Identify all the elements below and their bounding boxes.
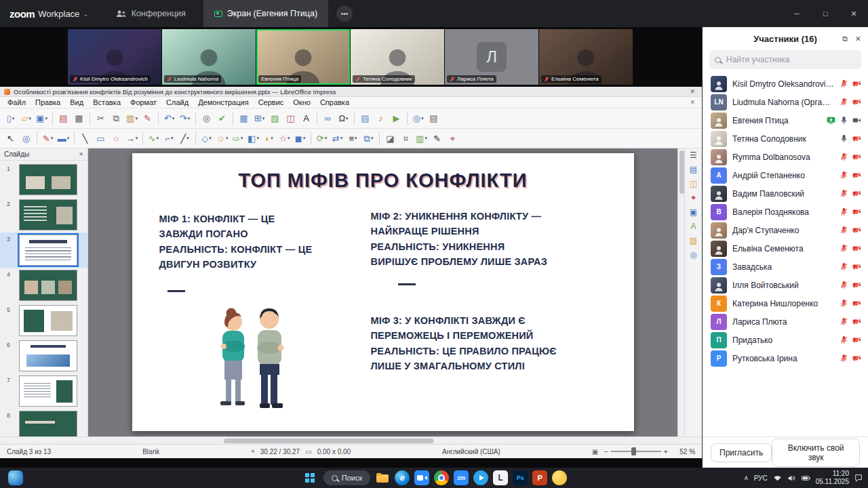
new-icon[interactable]: ▯ ▾ (3, 110, 18, 127)
flowchart-icon[interactable]: ◧ ▾ (245, 130, 261, 146)
slide-thumbnail[interactable]: 8 (0, 409, 87, 436)
participant-row[interactable]: Kisil Dmytro Oleksandrovich (Я) (703, 75, 868, 93)
video-tile[interactable]: Ельвіна Семенюта (539, 29, 633, 85)
participant-row[interactable]: А Андрій Степаненко (703, 166, 868, 184)
slide-title[interactable]: ТОП МІФІВ ПРО КОНФЛІКТИ (132, 169, 634, 192)
video-tile[interactable]: Liudmula Nahorna (162, 29, 256, 85)
menu-item[interactable]: Файл (3, 98, 31, 106)
zoom-slider[interactable]: − + (604, 447, 668, 455)
yellow-app-icon[interactable] (552, 470, 567, 485)
callout-shapes-icon[interactable]: ◗ ▾ (261, 130, 277, 146)
powerpoint-icon[interactable]: P (532, 470, 547, 485)
video-tile[interactable]: Л Лариса Плюта (445, 29, 538, 85)
language-indicator[interactable]: РУС (754, 474, 768, 482)
line-arrow-icon[interactable]: → ▾ (124, 130, 140, 146)
video-tile[interactable]: Тетяна Солодовник (351, 29, 444, 85)
participant-row[interactable]: Р Рутковська Ірина (703, 349, 868, 367)
animation-icon[interactable]: ✦ (690, 194, 696, 202)
unmute-button[interactable]: Включить свой звук (772, 439, 860, 467)
export-pdf-icon[interactable]: ▤ (56, 110, 71, 127)
print-icon[interactable]: ▦ (71, 110, 87, 127)
participant-row[interactable]: З Завадська (703, 258, 868, 276)
undo-icon[interactable]: ↶ ▾ (161, 110, 177, 127)
myth1-textbox[interactable]: МІФ 1: КОНФЛІКТ — ЦЕ ЗАВЖДИ ПОГАНО РЕАЛЬ… (159, 211, 363, 272)
close-button[interactable]: ✕ (840, 0, 868, 27)
ellipse-icon[interactable]: ○ (108, 130, 124, 146)
minimize-button[interactable]: ─ (783, 0, 811, 27)
conflict-illustration[interactable] (200, 300, 302, 416)
insert-image-icon[interactable]: ▨ (267, 110, 283, 127)
zoom-slider-thumb[interactable] (631, 447, 636, 455)
slides-panel-close-icon[interactable]: ✕ (79, 151, 83, 157)
table-icon[interactable]: ⊞ ▾ (252, 110, 267, 127)
participant-row[interactable]: В Валерія Позднякова (703, 203, 868, 221)
arrange-icon[interactable]: ⧉ ▾ (361, 130, 376, 146)
search-input[interactable] (725, 54, 856, 65)
participant-row[interactable]: Евгения Птица (703, 111, 868, 129)
document-close-icon[interactable]: ✕ (690, 99, 699, 106)
slide-thumbnail[interactable]: 1 (0, 162, 87, 197)
scrollbar-thumb[interactable] (679, 150, 684, 194)
slide-thumbnail[interactable]: 6 (0, 338, 87, 373)
properties-icon[interactable]: ▤ (690, 165, 697, 174)
display-grid-icon[interactable]: ▦ (236, 110, 252, 127)
participant-row[interactable]: LN Liudmula Nahorna (Организатор) (703, 93, 868, 111)
impress-title-bar[interactable]: Особливості розв'язання конфліктів Від р… (0, 87, 702, 97)
sidebar-toggle-icon[interactable]: ▤ (426, 110, 441, 127)
header-footer-icon[interactable]: ▤ (357, 110, 373, 127)
zoom-workplace-menu[interactable]: zoom Workplace ⌄ (0, 8, 98, 20)
zoom-out-icon[interactable]: − (604, 447, 608, 455)
participant-row[interactable]: Ельвіна Семенюта (703, 239, 868, 258)
popout-icon[interactable]: ⧉ (842, 35, 848, 43)
special-char-icon[interactable]: Ω ▾ (336, 110, 351, 127)
symbol-shapes-icon[interactable]: ☺ ▾ (214, 130, 230, 146)
hyperlink-icon[interactable]: ∞ (320, 110, 336, 127)
menu-item[interactable]: Слайд (161, 98, 193, 106)
participant-row[interactable]: Тетяна Солодовник (703, 129, 868, 148)
block-arrows-icon[interactable]: ⇨ ▾ (230, 130, 245, 146)
star-shapes-icon[interactable]: ☆ ▾ (277, 130, 292, 146)
edge-icon[interactable]: e (395, 470, 410, 485)
participant-search[interactable] (709, 50, 861, 69)
more-tabs-button[interactable]: ••• (336, 5, 353, 22)
myth3-textbox[interactable]: МІФ 3: У КОНФЛІКТІ ЗАВЖДИ Є ПЕРЕМОЖЕЦЬ І… (371, 313, 612, 374)
zoom-in-icon[interactable]: + (664, 447, 668, 455)
sidebar-menu-icon[interactable]: ☰ (690, 151, 697, 159)
glue-points-icon[interactable]: ⌖ (445, 130, 460, 146)
libreoffice-icon[interactable]: L (493, 470, 508, 485)
volume-icon[interactable] (787, 474, 796, 482)
menu-item[interactable]: Демонстрация (193, 98, 254, 106)
vertical-scrollbar[interactable] (677, 148, 684, 436)
participants-close-icon[interactable]: ✕ (855, 35, 861, 43)
gallery-icon[interactable]: ▨ (690, 237, 697, 245)
video-tile[interactable]: Евгения Птица (256, 29, 350, 85)
insert-line-icon[interactable]: ╲ (77, 130, 93, 146)
participant-row[interactable]: П Придатько (703, 331, 868, 349)
line-color-icon[interactable]: ✎ ▾ (40, 130, 56, 146)
styles-icon[interactable]: A (690, 222, 696, 230)
start-slideshow-icon[interactable]: ▶ (389, 110, 404, 127)
video-tile[interactable]: Kisil Dmytro Oleksandrovich (68, 29, 161, 85)
open-folder-icon[interactable]: ▱ ▾ (18, 110, 34, 127)
participant-row[interactable]: Ілля Войтовський (703, 276, 868, 294)
copy-icon[interactable]: ⧉ (108, 110, 124, 127)
tab-screen-share[interactable]: Экран (Евгения Птица) (203, 0, 328, 27)
widgets-icon[interactable] (8, 470, 23, 485)
points-icon[interactable]: ✎ (429, 130, 445, 146)
flip-icon[interactable]: ⇄ ▾ (330, 130, 345, 146)
participant-row[interactable]: Rymma Dolbanosova (703, 148, 868, 166)
redo-icon[interactable]: ↷ ▾ (177, 110, 193, 127)
select-icon[interactable]: ↖ (3, 130, 18, 146)
rectangle-icon[interactable]: ▭ (93, 130, 108, 146)
tray-expand-icon[interactable]: ∧ (744, 474, 749, 481)
zoom-slider-track[interactable] (611, 451, 661, 452)
menu-item[interactable]: Правка (31, 98, 65, 106)
shadow-icon[interactable]: ◪ (382, 130, 398, 146)
maximize-button[interactable]: □ (811, 0, 840, 27)
fit-slide-icon[interactable]: ▣ (592, 448, 598, 455)
notifications-icon[interactable] (854, 474, 863, 482)
spelling-icon[interactable]: ✔ (214, 110, 230, 127)
photoshop-icon[interactable]: Ps (513, 470, 528, 485)
telegram-icon[interactable] (473, 470, 488, 485)
lines-icon[interactable]: ╱ ▾ (177, 130, 193, 146)
